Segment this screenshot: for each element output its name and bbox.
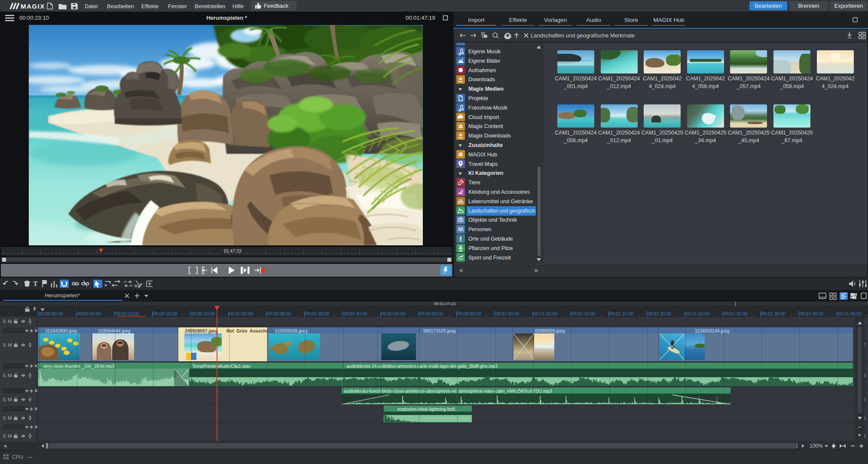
svg-text:00:01:10;00: 00:01:10;00: [572, 311, 596, 316]
svg-text:00:00:10;00: 00:00:10;00: [115, 311, 139, 316]
svg-text:00:00:40;00: 00:00:40;00: [343, 311, 367, 316]
svg-text:00:01:25;00: 00:01:25;00: [686, 311, 710, 316]
svg-text:00:01:15;00: 00:01:15;00: [610, 311, 634, 316]
svg-text:00:01:20;00: 00:01:20;00: [648, 311, 672, 316]
svg-text:00:01:05;00: 00:01:05;00: [534, 311, 558, 316]
svg-text:00:00:50;00: 00:00:50;00: [419, 311, 443, 316]
svg-text:00:00:25;00: 00:00:25;00: [229, 311, 254, 316]
svg-text:00:00:05;00: 00:00:05;00: [77, 311, 101, 316]
svg-text:00:01:40;00: 00:01:40;00: [800, 311, 824, 316]
svg-text:00:00:35;00: 00:00:35;00: [306, 311, 330, 316]
svg-text:T: T: [33, 280, 38, 287]
svg-text:MAGIX: MAGIX: [21, 3, 45, 10]
svg-text:00:00:15;00: 00:00:15;00: [153, 311, 177, 316]
svg-text:00:01:45;00: 00:01:45;00: [838, 311, 862, 316]
svg-text:00:00:55;00: 00:00:55;00: [458, 311, 482, 316]
svg-text:00:00:30;00: 00:00:30;00: [267, 311, 291, 316]
svg-text:00:01:35;00: 00:01:35;00: [762, 311, 786, 316]
svg-text:00:01:00;00: 00:01:00;00: [495, 311, 520, 316]
svg-text:00:00:00;00: 00:00:00;00: [39, 311, 63, 316]
svg-text:00:00:45;00: 00:00:45;00: [382, 311, 406, 316]
svg-text:01:47:23: 01:47:23: [224, 248, 241, 253]
svg-text:00:01:30;00: 00:01:30;00: [724, 311, 748, 316]
svg-text:00:00:20;00: 00:00:20;00: [191, 311, 215, 316]
